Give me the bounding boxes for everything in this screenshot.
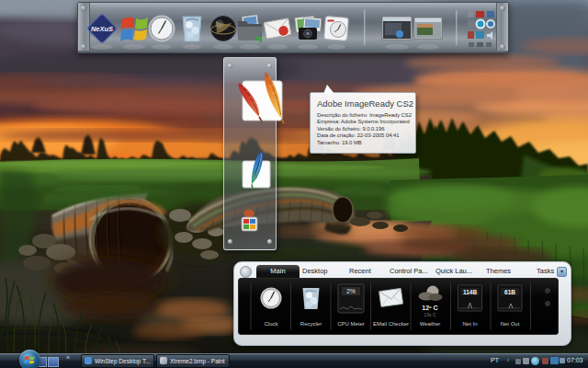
svg-text:12º C: 12º C <box>422 305 437 311</box>
svg-text:CPU Meter: CPU Meter <box>337 321 365 327</box>
svg-text:61B: 61B <box>504 289 515 295</box>
svg-text:Recycler: Recycler <box>300 321 322 327</box>
svg-text:13s C: 13s C <box>424 312 435 317</box>
svg-text:114B: 114B <box>463 289 477 295</box>
svg-text:Net In: Net In <box>462 321 477 327</box>
svg-text:2%: 2% <box>346 288 356 294</box>
svg-text:NeXuS: NeXuS <box>91 25 113 33</box>
svg-text:Clock: Clock <box>264 321 278 327</box>
svg-text:Weather: Weather <box>420 321 441 327</box>
svg-text:Net Out: Net Out <box>501 321 520 327</box>
svg-text:EMail Checker: EMail Checker <box>373 321 409 327</box>
